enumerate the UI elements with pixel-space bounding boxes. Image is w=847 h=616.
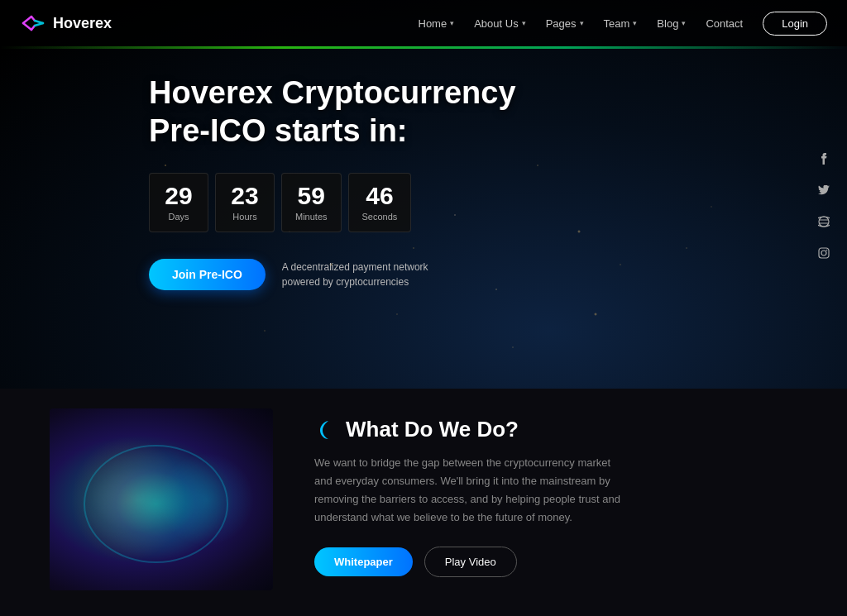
svg-line-3 [23, 23, 31, 30]
social-sidebar [814, 149, 834, 263]
nav-link-pages[interactable]: Pages ▾ [546, 17, 584, 30]
countdown-hours: 23 Hours [215, 173, 275, 232]
navbar: Hoverex Home ▾ About Us ▾ Pages ▾ Team ▾… [0, 0, 847, 46]
svg-line-0 [23, 17, 31, 23]
what-heading: What Do We Do? [314, 417, 797, 442]
countdown-seconds: 46 Seconds [348, 173, 412, 232]
what-buttons: Whitepaper Play Video [314, 547, 797, 577]
instagram-icon[interactable] [814, 243, 834, 263]
countdown: 29 Days 23 Hours 59 Minutes 46 Seconds [149, 173, 516, 232]
nebula-color-layer2 [151, 445, 262, 554]
hero-green-line [0, 46, 847, 49]
nav-link-home[interactable]: Home ▾ [419, 17, 455, 30]
svg-rect-7 [819, 248, 829, 258]
whitepaper-button[interactable]: Whitepaper [314, 547, 413, 576]
hoverex-logo-icon [20, 10, 46, 36]
play-video-button[interactable]: Play Video [424, 547, 517, 577]
lower-section: What Do We Do? We want to bridge the gap… [0, 389, 847, 616]
chevron-down-icon: ▾ [450, 19, 454, 27]
what-section: What Do We Do? We want to bridge the gap… [314, 408, 797, 577]
nav-link-team[interactable]: Team ▾ [604, 17, 638, 30]
svg-point-9 [826, 250, 828, 251]
hero-section: Hoverex Cryptocurrency Pre-ICO starts in… [0, 0, 847, 389]
crescent-icon [314, 418, 337, 442]
svg-line-5 [35, 23, 43, 26]
nav-links: Home ▾ About Us ▾ Pages ▾ Team ▾ Blog ▾ … [419, 12, 828, 36]
nav-link-about[interactable]: About Us ▾ [474, 17, 525, 30]
hero-content: Hoverex Cryptocurrency Pre-ICO starts in… [149, 74, 516, 290]
chevron-down-icon: ▾ [522, 19, 526, 27]
join-pre-ico-button[interactable]: Join Pre-ICO [149, 259, 266, 290]
nav-logo-text: Hoverex [53, 15, 112, 32]
chevron-down-icon: ▾ [682, 19, 686, 27]
login-button[interactable]: Login [763, 12, 827, 36]
chevron-down-icon: ▾ [633, 19, 637, 27]
svg-point-6 [819, 217, 829, 227]
dribbble-icon[interactable] [814, 212, 834, 232]
nebula-image [50, 408, 273, 590]
what-body: We want to bridge the gap between the cr… [314, 454, 629, 527]
twitter-icon[interactable] [814, 180, 834, 200]
nav-link-blog[interactable]: Blog ▾ [657, 17, 686, 30]
nav-link-contact[interactable]: Contact [706, 17, 743, 30]
what-title: What Do We Do? [346, 417, 519, 442]
hero-tagline: A decentralized payment network powered … [282, 260, 431, 289]
countdown-days: 29 Days [149, 173, 208, 232]
hero-cta: Join Pre-ICO A decentralized payment net… [149, 259, 516, 290]
hero-title: Hoverex Cryptocurrency Pre-ICO starts in… [149, 74, 516, 150]
chevron-down-icon: ▾ [580, 19, 584, 27]
countdown-minutes: 59 Minutes [281, 173, 342, 232]
nav-logo[interactable]: Hoverex [20, 10, 112, 36]
facebook-icon[interactable] [814, 149, 834, 169]
svg-point-8 [821, 251, 826, 255]
